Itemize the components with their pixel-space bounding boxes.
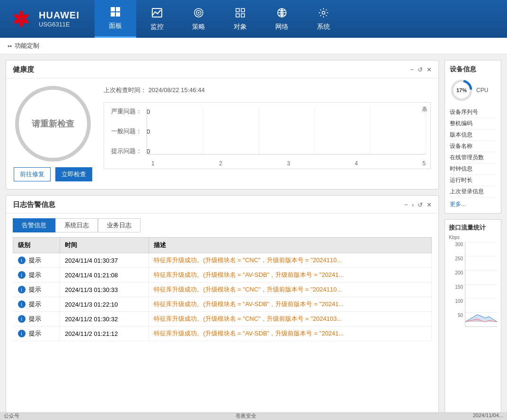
log-tab-system[interactable]: 系统日志 — [55, 218, 98, 232]
traffic-card: 接口流量统计 Kbps 300 250 200 150 100 50 — [445, 219, 501, 413]
nav-tab-monitor[interactable]: 监控 — [136, 0, 178, 38]
log-cell-level: i 提示 — [13, 326, 60, 341]
monitor-icon — [151, 7, 163, 21]
log-col-level: 级别 — [13, 238, 60, 253]
device-info-title: 设备信息 — [450, 65, 496, 74]
log-cell-level: i 提示 — [13, 312, 60, 326]
system-icon — [318, 7, 329, 21]
svg-point-23 — [322, 11, 325, 14]
health-buttons: 前往修复 立即检查 — [14, 167, 92, 181]
log-tabs: 告警信息 系统日志 业务日志 — [13, 218, 432, 232]
svg-point-13 — [198, 12, 199, 13]
log-tab-business[interactable]: 业务日志 — [98, 218, 140, 232]
general-label: 一般问题： — [109, 127, 142, 136]
logo-area: HUAWEI USG6311E — [0, 9, 95, 28]
log-cell-desc: 特征库升级成功。(升级模块名 = "AV-SDB"，升级前版本号 = "2024… — [149, 268, 432, 283]
info-icon: i — [18, 286, 26, 293]
svg-rect-9 — [116, 12, 120, 17]
traffic-chart-area — [465, 242, 497, 327]
health-circle-area: 请重新检查 前往修复 立即检查 — [14, 86, 92, 181]
log-col-time: 时间 — [60, 238, 149, 253]
info-icon: i — [18, 330, 26, 337]
brand-name: HUAWEI — [39, 10, 79, 21]
traffic-chart: 300 250 200 150 100 50 — [449, 242, 497, 336]
nav-tab-strategy[interactable]: 策略 — [178, 0, 219, 38]
y-100: 100 — [449, 299, 463, 304]
log-cell-desc: 特征库升级成功。(升级模块名 = "CNC"，升级前版本号 = "2024110… — [149, 283, 432, 297]
nav-tab-object[interactable]: 对象 — [219, 0, 261, 38]
x-label-2: 2 — [219, 160, 222, 167]
traffic-unit: Kbps — [449, 235, 497, 240]
watermark: 公众号 苍夜安全 2024/11/04... — [0, 412, 507, 419]
health-refresh-btn[interactable]: ↺ — [418, 66, 423, 73]
huawei-logo — [9, 9, 33, 28]
log-col-desc: 描述 — [149, 238, 432, 253]
log-card: 日志告警信息 − › ↺ ✕ 告警信息 系统日志 业务日志 — [6, 195, 439, 413]
log-minimize-btn[interactable]: − — [404, 201, 408, 208]
list-item: 版本信息 — [450, 129, 496, 141]
health-card-header: 健康度 − ↺ ✕ — [6, 60, 438, 78]
list-item: 运行时长 — [450, 175, 496, 186]
health-card: 健康度 − ↺ ✕ 请重新检查 前往修复 立即检查 — [6, 60, 439, 189]
hint-label: 提示问题： — [109, 147, 142, 155]
log-actions: − › ↺ ✕ — [404, 201, 432, 208]
chart-unit: 条 — [422, 105, 428, 113]
nav-tab-system[interactable]: 系统 — [303, 0, 344, 38]
svg-rect-7 — [116, 7, 120, 11]
log-cell-level: i 提示 — [13, 283, 60, 297]
x-label-4: 4 — [355, 160, 358, 167]
health-actions: − ↺ ✕ — [410, 66, 432, 73]
health-circle: 请重新检查 — [15, 86, 91, 162]
health-minimize-btn[interactable]: − — [410, 66, 414, 73]
header: HUAWEI USG6311E 面板 监控 策略 对象 — [0, 0, 507, 38]
more-link[interactable]: 更多... — [450, 200, 496, 208]
level-text: 提示 — [29, 315, 41, 322]
device-model: USG6311E — [39, 21, 79, 28]
check-button[interactable]: 立即检查 — [55, 167, 92, 181]
health-chart-container: 严重问题： 0 一般问题： 0 提示问题： 0 — [104, 102, 431, 169]
health-close-btn[interactable]: ✕ — [427, 66, 432, 73]
panel-icon — [110, 6, 121, 20]
sub-header: ▪▪ 功能定制 — [0, 38, 507, 54]
log-cell-time: 2024/11/2 01:21:12 — [60, 326, 149, 341]
log-cell-desc: 特征库升级成功。(升级模块名 = "AV-SDB"，升级前版本号 = "2024… — [149, 297, 432, 312]
repair-button[interactable]: 前往修复 — [14, 167, 51, 181]
device-items-list: 设备序列号整机编码版本信息设备名称在线管理员数时钟信息运行时长上次登录信息 — [450, 107, 496, 197]
log-header-row: 级别 时间 描述 — [13, 238, 432, 253]
level-text: 提示 — [29, 271, 41, 278]
list-item: 上次登录信息 — [450, 186, 496, 197]
log-body: 告警信息 系统日志 业务日志 级别 时间 描述 — [6, 214, 438, 410]
table-row: i 提示 2024/11/2 01:30:32 特征库升级成功。(升级模块名 =… — [13, 312, 432, 326]
log-cell-time: 2024/11/3 01:22:10 — [60, 297, 149, 312]
level-text: 提示 — [29, 286, 41, 293]
nav-tab-network[interactable]: 网络 — [261, 0, 303, 38]
log-cell-level: i 提示 — [13, 297, 60, 312]
log-cell-time: 2024/11/3 01:30:33 — [60, 283, 149, 297]
nav-tab-panel[interactable]: 面板 — [95, 0, 136, 38]
log-refresh-btn[interactable]: ↺ — [418, 201, 423, 208]
traffic-title: 接口流量统计 — [449, 223, 497, 232]
nav-tab-system-label: 系统 — [317, 23, 330, 31]
table-row: i 提示 2024/11/3 01:30:33 特征库升级成功。(升级模块名 =… — [13, 283, 432, 297]
log-table-container[interactable]: 级别 时间 描述 i 提示 2024/11/4 01:30:37 特征库升级成功… — [13, 237, 432, 341]
list-item: 整机编码 — [450, 118, 496, 129]
level-text: 提示 — [29, 330, 41, 337]
x-label-3: 3 — [287, 160, 290, 167]
cpu-container: 17% CPU — [450, 78, 496, 102]
log-table: 级别 时间 描述 i 提示 2024/11/4 01:30:37 特征库升级成功… — [13, 237, 432, 341]
log-card-header: 日志告警信息 − › ↺ ✕ — [6, 196, 438, 214]
log-cell-time: 2024/11/4 01:21:08 — [60, 268, 149, 283]
traffic-y-labels: 300 250 200 150 100 50 — [449, 242, 463, 327]
log-cell-desc: 特征库升级成功。(升级模块名 = "AV-SDB"，升级前版本号 = "2024… — [149, 326, 432, 341]
cpu-label: CPU — [476, 87, 488, 94]
network-icon — [276, 7, 288, 21]
log-expand-btn[interactable]: › — [412, 201, 414, 208]
log-tab-alert[interactable]: 告警信息 — [13, 218, 55, 232]
log-table-header: 级别 时间 描述 — [13, 238, 432, 253]
log-close-btn[interactable]: ✕ — [427, 201, 432, 208]
table-row: i 提示 2024/11/4 01:21:08 特征库升级成功。(升级模块名 =… — [13, 268, 432, 283]
y-250: 250 — [449, 256, 463, 261]
chart-x-labels: 1 2 3 4 5 — [151, 160, 426, 167]
watermark-left: 公众号 — [4, 412, 19, 419]
list-item: 设备序列号 — [450, 107, 496, 118]
